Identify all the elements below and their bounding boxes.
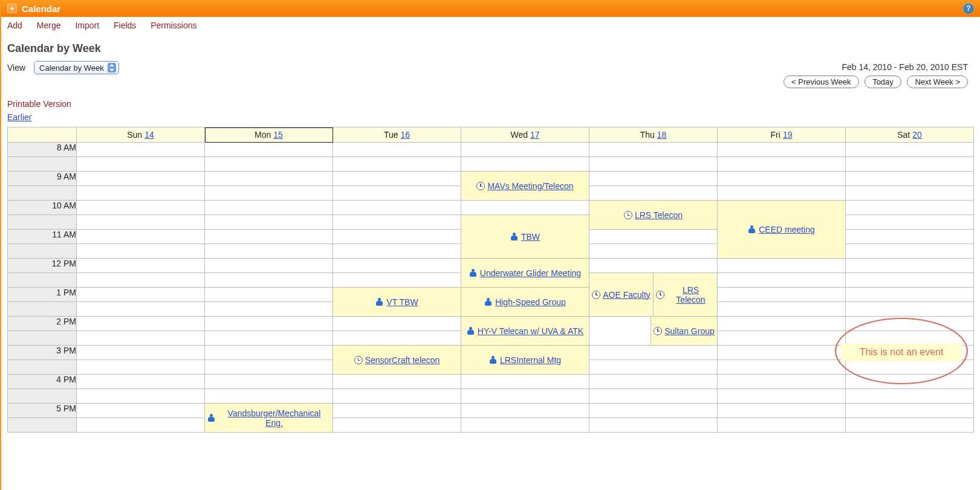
calendar-cell[interactable]: [846, 172, 974, 186]
calendar-cell[interactable]: [333, 389, 461, 404]
calendar-cell[interactable]: TBW: [461, 215, 589, 259]
calendar-cell[interactable]: [718, 157, 846, 172]
calendar-cell[interactable]: [589, 389, 718, 404]
today-button[interactable]: Today: [865, 76, 901, 88]
calendar-cell[interactable]: [846, 215, 974, 230]
calendar-cell[interactable]: [589, 404, 718, 418]
calendar-cell[interactable]: MAVs Meeting/Telecon: [461, 172, 589, 201]
calendar-cell[interactable]: [77, 418, 205, 433]
day-header-thu[interactable]: Thu18: [589, 127, 718, 143]
event[interactable]: MAVs Meeting/Telecon: [461, 172, 589, 200]
calendar-cell[interactable]: [333, 143, 461, 157]
calendar-cell[interactable]: [333, 404, 461, 418]
calendar-cell[interactable]: [205, 259, 333, 273]
calendar-cell[interactable]: AOE FacultyLRS Telecon: [589, 273, 718, 317]
calendar-cell[interactable]: [718, 288, 846, 302]
event[interactable]: CEED meeting: [718, 201, 845, 258]
calendar-cell[interactable]: [846, 244, 974, 259]
calendar-cell[interactable]: [77, 346, 205, 360]
calendar-cell[interactable]: [718, 346, 846, 360]
calendar-cell[interactable]: [205, 273, 333, 288]
calendar-cell[interactable]: [77, 186, 205, 201]
calendar-cell[interactable]: [718, 172, 846, 186]
calendar-cell[interactable]: [846, 317, 974, 331]
calendar-cell[interactable]: [77, 244, 205, 259]
calendar-cell[interactable]: [333, 273, 461, 288]
calendar-cell[interactable]: [718, 317, 846, 331]
calendar-cell[interactable]: [589, 259, 718, 273]
calendar-cell[interactable]: [77, 172, 205, 186]
calendar-cell[interactable]: [846, 331, 974, 346]
calendar-cell[interactable]: [718, 273, 846, 288]
calendar-cell[interactable]: [333, 375, 461, 389]
calendar-cell[interactable]: [846, 186, 974, 201]
calendar-cell[interactable]: [205, 331, 333, 346]
calendar-cell[interactable]: [846, 360, 974, 375]
event[interactable]: Sultan Group: [651, 317, 717, 345]
menu-merge[interactable]: Merge: [37, 21, 61, 30]
event[interactable]: TBW: [461, 215, 589, 258]
calendar-cell[interactable]: [461, 418, 589, 433]
calendar-cell[interactable]: HY-V Telecan w/ UVA & ATK: [461, 317, 589, 346]
calendar-cell[interactable]: [205, 201, 333, 215]
calendar-cell[interactable]: [718, 302, 846, 317]
calendar-cell[interactable]: [589, 346, 718, 360]
calendar-cell[interactable]: [846, 404, 974, 418]
calendar-cell[interactable]: [589, 230, 718, 244]
calendar-cell[interactable]: [589, 172, 718, 186]
calendar-cell[interactable]: [205, 186, 333, 201]
event[interactable]: LRSInternal Mtg: [461, 346, 589, 374]
calendar-cell[interactable]: [718, 389, 846, 404]
calendar-cell[interactable]: [846, 273, 974, 288]
calendar-cell[interactable]: [205, 157, 333, 172]
calendar-cell[interactable]: Vandsburger/Mechanical Eng.: [205, 404, 333, 433]
event[interactable]: HY-V Telecan w/ UVA & ATK: [461, 317, 589, 345]
calendar-cell[interactable]: [461, 157, 589, 172]
earlier-link[interactable]: Earlier: [7, 112, 31, 122]
day-header-tue[interactable]: Tue16: [333, 127, 461, 143]
calendar-cell[interactable]: [205, 302, 333, 317]
calendar-cell[interactable]: [333, 172, 461, 186]
calendar-cell[interactable]: LRSInternal Mtg: [461, 346, 589, 375]
calendar-cell[interactable]: [461, 143, 589, 157]
calendar-cell[interactable]: [333, 157, 461, 172]
calendar-cell[interactable]: [333, 259, 461, 273]
calendar-cell[interactable]: [333, 418, 461, 433]
calendar-cell[interactable]: LRS Telecon: [589, 201, 718, 230]
calendar-cell[interactable]: [718, 404, 846, 418]
calendar-cell[interactable]: [589, 375, 718, 389]
calendar-cell[interactable]: [589, 157, 718, 172]
calendar-cell[interactable]: [333, 331, 461, 346]
calendar-cell[interactable]: Underwater Glider Meeting: [461, 259, 589, 288]
calendar-cell[interactable]: [205, 317, 333, 331]
calendar-cell[interactable]: [589, 143, 718, 157]
calendar-cell[interactable]: [205, 244, 333, 259]
calendar-cell[interactable]: [718, 186, 846, 201]
calendar-cell[interactable]: [77, 389, 205, 404]
calendar-cell[interactable]: [846, 302, 974, 317]
calendar-cell[interactable]: [333, 230, 461, 244]
calendar-cell[interactable]: [846, 418, 974, 433]
calendar-cell[interactable]: [846, 389, 974, 404]
calendar-cell[interactable]: [205, 375, 333, 389]
event[interactable]: SensorCraft telecon: [333, 346, 461, 374]
calendar-cell[interactable]: [718, 143, 846, 157]
calendar-cell[interactable]: [333, 186, 461, 201]
calendar-cell[interactable]: [718, 259, 846, 273]
next-week-button[interactable]: Next Week >: [907, 76, 968, 88]
calendar-cell[interactable]: [333, 317, 461, 331]
calendar-cell[interactable]: [333, 201, 461, 215]
calendar-cell[interactable]: [77, 143, 205, 157]
calendar-cell[interactable]: [718, 418, 846, 433]
calendar-cell[interactable]: [846, 346, 974, 360]
view-select[interactable]: Calendar by Week: [34, 61, 119, 74]
day-header-mon[interactable]: Mon15: [205, 127, 333, 143]
calendar-cell[interactable]: [589, 360, 718, 375]
calendar-cell[interactable]: [77, 360, 205, 375]
calendar-cell[interactable]: [846, 143, 974, 157]
calendar-cell[interactable]: [77, 259, 205, 273]
event[interactable]: Underwater Glider Meeting: [461, 259, 589, 287]
prev-week-button[interactable]: < Previous Week: [784, 76, 858, 88]
calendar-cell[interactable]: [205, 389, 333, 404]
day-header-wed[interactable]: Wed17: [461, 127, 589, 143]
